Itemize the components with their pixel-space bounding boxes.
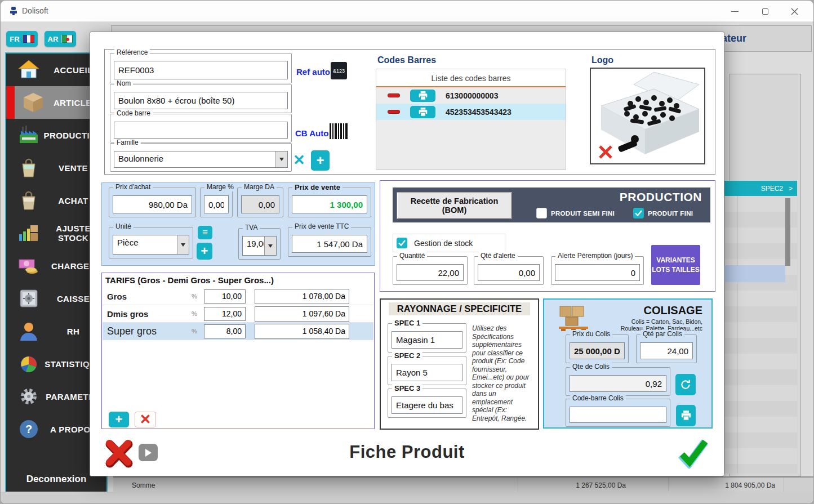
- prix-vente-ttc-input[interactable]: [292, 235, 367, 253]
- unite-value: Pièce: [113, 235, 177, 254]
- rayonnage-title: RAYONNAGE / SPECIFICITE: [389, 302, 530, 315]
- qte-par-colis-input[interactable]: [640, 342, 693, 359]
- code-barre-colis-label: Code-barre Colis: [570, 394, 626, 403]
- colisage-title: COLISAGE: [644, 304, 702, 317]
- product-image[interactable]: [590, 68, 705, 164]
- qte-colis-groupbox: Qte de Colis: [566, 367, 670, 396]
- delete-tarif-button[interactable]: [135, 412, 156, 427]
- famille-combobox[interactable]: Boulonnerie: [114, 151, 288, 168]
- spec3-label: SPEC 3: [392, 384, 422, 393]
- spec1-input[interactable]: [392, 331, 462, 349]
- spec2-tab[interactable]: SPEC2 >: [724, 181, 797, 196]
- ref-auto-key-button[interactable]: &123: [331, 62, 347, 79]
- gestion-stock-panel: Gestion de stock: [393, 234, 505, 252]
- tarif-row: Gros %: [103, 288, 373, 305]
- sale-bag-icon: [17, 157, 40, 179]
- tarif-name: Dmis gros: [103, 309, 192, 319]
- remove-image-icon: [600, 146, 611, 158]
- tarif-price-input[interactable]: [255, 324, 349, 339]
- tarif-pct-input[interactable]: [204, 289, 246, 304]
- scrollbar[interactable]: [785, 198, 790, 266]
- gear-icon: [17, 385, 40, 408]
- tarif-price-input[interactable]: [255, 306, 349, 322]
- tva-value: 19,00: [243, 237, 264, 255]
- minimize-icon[interactable]: [723, 4, 746, 19]
- gestion-stock-checkbox[interactable]: [397, 238, 407, 248]
- piechart-icon: [17, 353, 40, 375]
- variantes-button[interactable]: VARIANTES LOTS TAILLES: [651, 245, 700, 285]
- tva-combobox[interactable]: 19,00: [242, 236, 277, 256]
- quantite-input[interactable]: [397, 264, 464, 281]
- alerte-peremption-input[interactable]: [555, 264, 640, 281]
- prix-colis-input[interactable]: [570, 342, 625, 359]
- unit-list-button[interactable]: ≡: [198, 226, 212, 239]
- add-famille-button[interactable]: +: [311, 150, 330, 171]
- marge-da-input[interactable]: [241, 195, 279, 213]
- code-barre-input[interactable]: [114, 122, 288, 139]
- prix-achat-groupbox: Prix d'achat: [109, 188, 196, 217]
- marge-pct-input[interactable]: [204, 195, 229, 213]
- quantite-groupbox: Quantité: [393, 256, 468, 285]
- tarif-row: Dmis gros %: [103, 305, 373, 323]
- spec3-input[interactable]: [392, 396, 462, 414]
- add-unit-button[interactable]: +: [197, 243, 212, 260]
- prix-achat-input[interactable]: [113, 195, 192, 213]
- tarifs-panel: TARIFS (Gros - Demi Gros - Super Gros...…: [101, 273, 375, 429]
- background-selected-row: [724, 265, 785, 282]
- add-tarif-button[interactable]: +: [109, 412, 129, 427]
- prix-vente-ttc-groupbox: Prix de vente TTC: [288, 227, 371, 257]
- qte-par-colis-label: Qté par Colis: [640, 330, 684, 338]
- spec1-label: SPEC 1: [392, 319, 422, 327]
- print-barcode-button[interactable]: [410, 90, 435, 102]
- unite-combobox[interactable]: Pièce: [113, 235, 189, 255]
- ref-auto-label[interactable]: Ref auto: [296, 67, 330, 77]
- prix-vente-input[interactable]: [292, 195, 367, 213]
- refresh-icon[interactable]: [675, 374, 696, 395]
- tarif-pct-input[interactable]: [204, 324, 246, 338]
- dialog-title: Fiche Produit: [90, 442, 724, 462]
- reference-input[interactable]: [114, 61, 288, 79]
- maximize-icon[interactable]: [754, 4, 776, 19]
- spec2-label: SPEC2: [761, 185, 783, 193]
- algeria-flag-icon: [61, 35, 73, 43]
- cb-auto-label[interactable]: CB Auto: [295, 128, 328, 138]
- chevron-down-icon[interactable]: [264, 237, 276, 255]
- factory-icon: [17, 124, 40, 146]
- produit-fini-checkbox[interactable]: [633, 208, 644, 218]
- barcode-row[interactable]: 613000000003: [376, 87, 566, 104]
- code-barre-colis-groupbox: Code-barre Colis: [566, 399, 670, 427]
- tarif-pct-input[interactable]: [204, 307, 246, 321]
- barcode-value: 613000000003: [446, 91, 498, 100]
- remove-barcode-icon[interactable]: [388, 93, 400, 97]
- lang-fr-button[interactable]: FR: [6, 31, 38, 47]
- remove-barcode-icon[interactable]: [388, 110, 400, 114]
- qte-alerte-input[interactable]: [478, 264, 540, 281]
- print-barcode-button[interactable]: [410, 106, 435, 118]
- spec1-groupbox: SPEC 1: [388, 323, 466, 353]
- clear-famille-icon[interactable]: ✕: [293, 151, 305, 169]
- spec2-input[interactable]: [392, 364, 462, 381]
- barcode-row-selected[interactable]: 452353453543423: [376, 104, 566, 120]
- qte-alerte-label: Qté d'alerte: [478, 252, 518, 260]
- bom-button[interactable]: Recette de Fabrication (BOM): [397, 192, 512, 219]
- validate-icon[interactable]: [678, 437, 708, 471]
- tarif-price-input[interactable]: [255, 289, 349, 304]
- somme-value-2: 1 804 905,00 Da: [657, 481, 775, 489]
- prix-colis-groupbox: Prix du Colis: [566, 334, 629, 363]
- somme-value-1: 1 267 525,00 Da: [508, 481, 626, 489]
- code-barre-colis-input[interactable]: [570, 407, 666, 423]
- produit-semi-fini-checkbox[interactable]: [536, 208, 547, 218]
- prix-colis-label: Prix du Colis: [570, 330, 612, 338]
- barcode-icon[interactable]: [330, 123, 348, 141]
- chevron-down-icon[interactable]: [275, 151, 287, 167]
- lang-ar-button[interactable]: AR: [45, 31, 76, 47]
- chevron-down-icon[interactable]: [177, 235, 189, 254]
- print-colis-button[interactable]: [676, 405, 696, 426]
- close-icon[interactable]: [783, 4, 806, 19]
- nom-input[interactable]: [114, 92, 288, 109]
- marge-da-label: Marge DA: [242, 183, 277, 191]
- money-icon: [17, 255, 40, 277]
- percent-sign: %: [192, 310, 204, 317]
- qte-colis-input[interactable]: [570, 375, 666, 392]
- quantite-label: Quantité: [397, 252, 427, 260]
